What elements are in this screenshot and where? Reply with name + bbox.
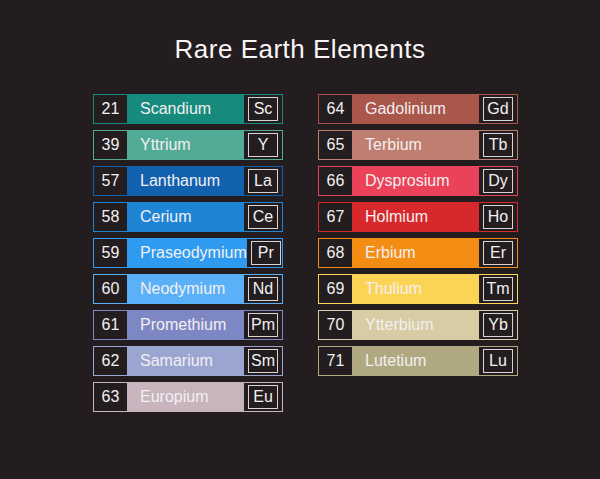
element-symbol: Pm xyxy=(248,313,278,337)
element-row: 71 Lutetium Lu xyxy=(318,346,518,376)
element-name: Gadolinium xyxy=(352,95,479,123)
element-symbol: Pr xyxy=(251,241,281,265)
element-row: 65 Terbium Tb xyxy=(318,130,518,160)
element-row: 68 Erbium Er xyxy=(318,238,518,268)
atomic-number: 71 xyxy=(319,347,352,375)
element-symbol: Eu xyxy=(248,385,278,409)
page-title: Rare Earth Elements xyxy=(0,34,600,65)
atomic-number: 69 xyxy=(319,275,352,303)
element-symbol-box: Gd xyxy=(479,95,517,123)
atomic-number: 59 xyxy=(94,239,127,267)
element-name: Cerium xyxy=(127,203,244,231)
atomic-number: 21 xyxy=(94,95,127,123)
element-symbol-box: Tm xyxy=(479,275,517,303)
element-row: 62 Samarium Sm xyxy=(93,346,283,376)
element-name: Erbium xyxy=(352,239,479,267)
element-name: Terbium xyxy=(352,131,479,159)
element-row: 64 Gadolinium Gd xyxy=(318,94,518,124)
atomic-number: 63 xyxy=(94,383,127,411)
element-row: 63 Europium Eu xyxy=(93,382,283,412)
element-row: 60 Neodymium Nd xyxy=(93,274,283,304)
element-symbol: Tb xyxy=(483,133,513,157)
element-symbol: Ce xyxy=(248,205,278,229)
element-name: Dysprosium xyxy=(352,167,479,195)
element-symbol-box: Tb xyxy=(479,131,517,159)
element-name: Samarium xyxy=(127,347,244,375)
element-symbol: Y xyxy=(248,133,278,157)
element-symbol-box: Lu xyxy=(479,347,517,375)
element-symbol-box: Sm xyxy=(244,347,282,375)
element-row: 67 Holmium Ho xyxy=(318,202,518,232)
element-name: Thulium xyxy=(352,275,479,303)
atomic-number: 60 xyxy=(94,275,127,303)
element-row: 21 Scandium Sc xyxy=(93,94,283,124)
element-row: 39 Yttrium Y xyxy=(93,130,283,160)
element-row: 66 Dysprosium Dy xyxy=(318,166,518,196)
element-symbol-box: Ce xyxy=(244,203,282,231)
element-symbol: Er xyxy=(483,241,513,265)
element-symbol: Sm xyxy=(248,349,278,373)
atomic-number: 58 xyxy=(94,203,127,231)
atomic-number: 67 xyxy=(319,203,352,231)
element-column-right: 64 Gadolinium Gd 65 Terbium Tb 66 Dyspro… xyxy=(318,94,518,382)
element-name: Yttrium xyxy=(127,131,244,159)
element-name: Ytterbium xyxy=(352,311,479,339)
element-name: Scandium xyxy=(127,95,244,123)
element-symbol-box: Nd xyxy=(244,275,282,303)
atomic-number: 64 xyxy=(319,95,352,123)
atomic-number: 62 xyxy=(94,347,127,375)
atomic-number: 39 xyxy=(94,131,127,159)
element-name: Holmium xyxy=(352,203,479,231)
element-symbol: Nd xyxy=(248,277,278,301)
element-row: 58 Cerium Ce xyxy=(93,202,283,232)
atomic-number: 66 xyxy=(319,167,352,195)
element-row: 70 Ytterbium Yb xyxy=(318,310,518,340)
element-name: Praseodymium xyxy=(127,239,247,267)
element-row: 69 Thulium Tm xyxy=(318,274,518,304)
element-symbol: La xyxy=(248,169,278,193)
element-symbol-box: Pm xyxy=(244,311,282,339)
element-symbol-box: Er xyxy=(479,239,517,267)
element-symbol-box: Ho xyxy=(479,203,517,231)
element-symbol-box: Pr xyxy=(247,239,285,267)
atomic-number: 61 xyxy=(94,311,127,339)
element-row: 57 Lanthanum La xyxy=(93,166,283,196)
element-symbol-box: Yb xyxy=(479,311,517,339)
element-symbol: Sc xyxy=(248,97,278,121)
element-name: Promethium xyxy=(127,311,244,339)
element-name: Neodymium xyxy=(127,275,244,303)
element-symbol: Ho xyxy=(483,205,513,229)
element-row: 59 Praseodymium Pr xyxy=(93,238,283,268)
atomic-number: 57 xyxy=(94,167,127,195)
element-symbol: Dy xyxy=(483,169,513,193)
element-name: Lutetium xyxy=(352,347,479,375)
element-row: 61 Promethium Pm xyxy=(93,310,283,340)
atomic-number: 65 xyxy=(319,131,352,159)
element-symbol: Yb xyxy=(483,313,513,337)
element-column-left: 21 Scandium Sc 39 Yttrium Y 57 Lanthanum… xyxy=(93,94,283,418)
element-symbol: Lu xyxy=(483,349,513,373)
atomic-number: 68 xyxy=(319,239,352,267)
element-symbol-box: Y xyxy=(244,131,282,159)
element-symbol: Gd xyxy=(483,97,513,121)
element-name: Europium xyxy=(127,383,244,411)
atomic-number: 70 xyxy=(319,311,352,339)
element-symbol-box: La xyxy=(244,167,282,195)
element-symbol: Tm xyxy=(483,277,513,301)
element-symbol-box: Eu xyxy=(244,383,282,411)
element-name: Lanthanum xyxy=(127,167,244,195)
element-symbol-box: Sc xyxy=(244,95,282,123)
element-symbol-box: Dy xyxy=(479,167,517,195)
